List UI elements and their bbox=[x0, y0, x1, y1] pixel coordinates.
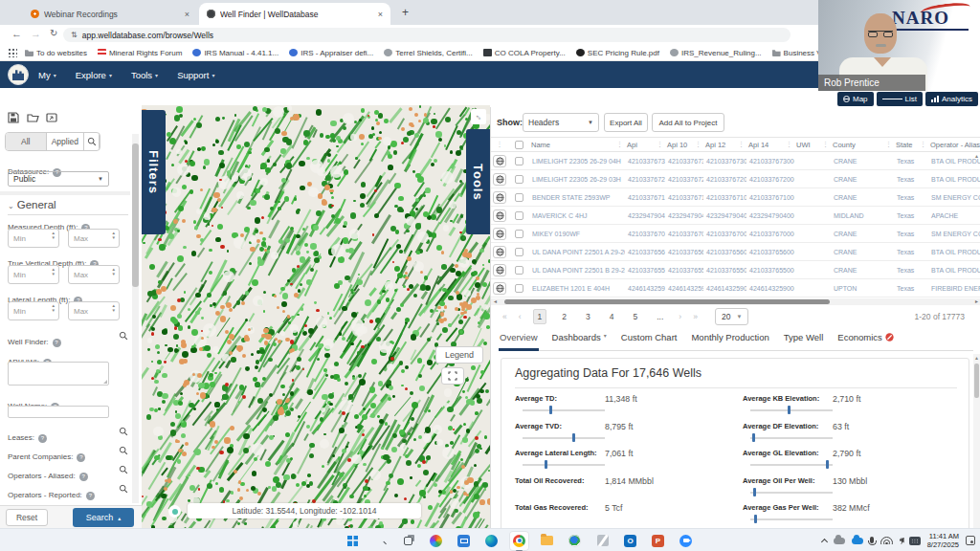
stat-slider[interactable] bbox=[750, 488, 833, 497]
page-button-5[interactable]: 5 bbox=[630, 310, 642, 323]
well-name-input[interactable] bbox=[8, 406, 109, 418]
cell-name[interactable]: BENDER STATE 2593WP bbox=[529, 194, 625, 201]
scrollbar-thumb[interactable] bbox=[132, 143, 139, 287]
legend-button[interactable]: Legend bbox=[435, 346, 483, 364]
welldatabase-logo[interactable] bbox=[8, 64, 29, 85]
cell-name[interactable]: ELIZABETH 1201 E 404H bbox=[529, 285, 625, 292]
globe-icon[interactable] bbox=[493, 228, 506, 240]
tab-monthly-production[interactable]: Monthly Production bbox=[690, 329, 769, 351]
column-header[interactable]: Name⋮ bbox=[529, 138, 625, 151]
search-button[interactable]: Search▴ bbox=[73, 508, 134, 527]
table-row[interactable]: BENDER STATE 2593WP421033767142103376714… bbox=[491, 188, 980, 207]
cloud-sync-icon[interactable] bbox=[852, 538, 863, 544]
save-filter-icon[interactable] bbox=[8, 110, 19, 127]
sidebar-scrollbar[interactable] bbox=[132, 134, 139, 503]
export-all-button[interactable]: Export All bbox=[604, 113, 648, 132]
globe-icon[interactable] bbox=[493, 191, 506, 204]
stat-slider[interactable] bbox=[750, 433, 833, 443]
cell-name[interactable]: MAVERICK C 4HJ bbox=[529, 212, 625, 219]
globe-icon[interactable] bbox=[493, 264, 506, 276]
add-all-to-project-button[interactable]: Add All to Project bbox=[652, 113, 724, 132]
start-taskbar-icon[interactable] bbox=[343, 531, 363, 551]
stepper-icon[interactable]: ▲▼ bbox=[52, 268, 56, 276]
menu-tools[interactable]: Tools▾ bbox=[131, 70, 158, 80]
new-tab-button[interactable]: + bbox=[402, 6, 409, 19]
row-checkbox[interactable] bbox=[515, 284, 523, 293]
max-input[interactable]: Max▲▼ bbox=[68, 265, 120, 284]
bookmark-item[interactable]: To do websites bbox=[25, 49, 87, 57]
chrome-taskbar-icon[interactable] bbox=[509, 531, 529, 551]
tab-applied-filters[interactable]: Applied bbox=[47, 133, 85, 150]
table-row[interactable]: ELIZABETH 1201 E 404H4246143259424614325… bbox=[491, 279, 980, 298]
back-icon[interactable]: ← bbox=[11, 28, 22, 39]
zoom-taskbar-icon[interactable] bbox=[676, 531, 696, 551]
wifi-icon[interactable] bbox=[880, 537, 893, 544]
forward-icon[interactable]: → bbox=[31, 28, 41, 39]
view-button-list[interactable]: List bbox=[877, 92, 923, 106]
column-menu-icon[interactable]: ⋮ bbox=[885, 141, 892, 148]
column-header[interactable]: Api 10⋮ bbox=[665, 138, 703, 151]
row-checkbox[interactable] bbox=[515, 211, 523, 220]
slider-thumb[interactable] bbox=[752, 433, 755, 442]
search-icon[interactable] bbox=[119, 465, 128, 474]
slider-thumb[interactable] bbox=[753, 488, 756, 496]
touch-keyboard-icon[interactable] bbox=[909, 537, 921, 545]
tools-drawer-tab[interactable]: Tools bbox=[466, 129, 490, 234]
stat-slider[interactable] bbox=[750, 460, 833, 470]
stat-slider[interactable] bbox=[750, 406, 833, 415]
stat-slider[interactable] bbox=[750, 515, 833, 524]
search-icon[interactable] bbox=[119, 427, 128, 436]
filter-search-button[interactable] bbox=[84, 133, 100, 150]
column-header[interactable]: Operator - Alias⋮ bbox=[928, 138, 980, 151]
show-select[interactable]: Headers ▼ bbox=[523, 113, 599, 132]
menu-explore[interactable]: Explore▾ bbox=[76, 70, 112, 80]
table-row[interactable]: MAVERICK C 4HJ42329479044232947904423294… bbox=[491, 207, 980, 225]
column-menu-icon[interactable]: ⋮ bbox=[657, 141, 663, 148]
outlook-taskbar-icon[interactable]: O bbox=[620, 531, 640, 551]
map-panel[interactable]: Filters Tools ⇔ Legend Latitude: 31.5544… bbox=[142, 105, 490, 528]
row-checkbox[interactable] bbox=[515, 193, 523, 202]
bookmark-item[interactable]: SEC Pricing Rule.pdf bbox=[576, 49, 659, 57]
search-icon[interactable] bbox=[119, 484, 128, 494]
tab-type-well[interactable]: Type Well bbox=[783, 329, 825, 351]
earth-taskbar-icon[interactable] bbox=[565, 531, 585, 551]
filters-drawer-tab[interactable]: Filters bbox=[142, 110, 166, 234]
row-checkbox[interactable] bbox=[515, 157, 523, 165]
cell-name[interactable]: MIKEY 0190WF bbox=[529, 231, 625, 237]
tab-custom-chart[interactable]: Custom Chart bbox=[620, 329, 679, 351]
bookmark-item[interactable]: Mineral Rights Forum bbox=[98, 49, 182, 57]
column-menu-icon[interactable]: ⋮ bbox=[695, 141, 702, 148]
api-uwi-textarea[interactable] bbox=[8, 362, 109, 386]
volume-icon[interactable] bbox=[900, 538, 902, 544]
cell-name[interactable]: UL DANA POINT 22501 B 29-20-17 01H bbox=[529, 267, 625, 274]
hidden-icons-chevron-icon[interactable] bbox=[821, 538, 828, 544]
table-row[interactable]: MIKEY 0190WF4210337670421033767042103376… bbox=[491, 225, 980, 243]
close-tab-icon[interactable]: × bbox=[378, 10, 383, 19]
bookmark-item[interactable]: CO COLA Property... bbox=[483, 49, 566, 57]
slider-thumb[interactable] bbox=[754, 515, 757, 523]
stepper-icon[interactable]: ▲▼ bbox=[112, 231, 116, 240]
cell-name[interactable]: LIMELIGHT 22305 26-29 04H bbox=[529, 158, 625, 165]
column-menu-icon[interactable]: ⋮ bbox=[822, 141, 829, 148]
map-canvas[interactable] bbox=[142, 105, 490, 528]
reload-icon[interactable]: ↻ bbox=[50, 28, 57, 38]
cad-taskbar-icon[interactable] bbox=[592, 531, 612, 551]
scroll-left-icon[interactable]: ◄ bbox=[493, 298, 498, 305]
tab-all-filters[interactable]: All bbox=[6, 133, 47, 150]
chevron-icon[interactable]: ▴ bbox=[118, 516, 121, 521]
stat-slider[interactable] bbox=[523, 433, 605, 443]
explorer-taskbar-icon[interactable] bbox=[537, 531, 557, 551]
min-input[interactable]: Min▲▼ bbox=[8, 229, 59, 248]
prev-page-button[interactable]: ‹ bbox=[519, 312, 522, 321]
globe-icon[interactable] bbox=[493, 209, 506, 222]
taskbar-clock[interactable]: 11:41 AM 8/27/2025 bbox=[927, 532, 959, 549]
slider-thumb[interactable] bbox=[549, 406, 552, 414]
general-section-header[interactable]: ⌄General bbox=[8, 199, 128, 215]
min-input[interactable]: Min▲▼ bbox=[8, 265, 59, 284]
max-input[interactable]: Max▲▼ bbox=[68, 229, 120, 248]
bookmark-item[interactable]: IRS_Revenue_Ruling... bbox=[670, 49, 762, 57]
column-menu-icon[interactable]: ⋮ bbox=[786, 141, 792, 148]
horizontal-scrollbar[interactable]: ◄ ► bbox=[491, 298, 980, 305]
table-row[interactable]: UL DANA POINT 22501 A 29-20-17 02H421033… bbox=[491, 243, 980, 261]
column-header[interactable]: Api⋮ bbox=[625, 138, 665, 151]
